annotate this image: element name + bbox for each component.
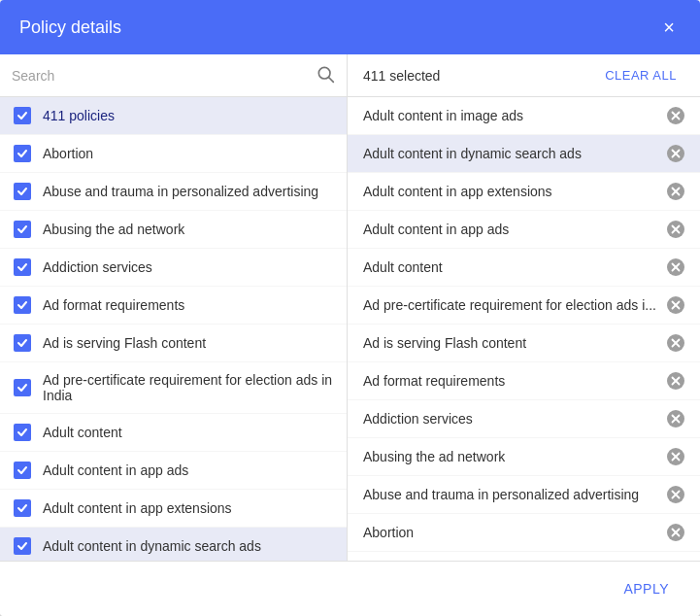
list-item[interactable]: Ad pre-certificate requirement for elect… [0,362,347,414]
clear-all-button[interactable]: CLEAR ALL [597,64,684,86]
list-item[interactable]: Ad format requirements [0,287,347,325]
policy-list: 411 policies Abortion Abuse and trauma i… [0,97,347,561]
all-policies-item[interactable]: 411 policies [0,97,347,135]
remove-button[interactable] [667,107,684,124]
selected-item-label: Abusing the ad network [363,449,659,464]
list-item: Abusing the ad network [348,438,700,476]
item-label: Adult content [43,425,122,440]
remove-button[interactable] [667,524,684,541]
list-item[interactable]: Adult content in app extensions [0,490,347,528]
all-policies-label: 411 policies [43,108,115,123]
item-checkbox [14,537,31,555]
list-item[interactable]: Ad is serving Flash content [0,325,347,362]
list-item[interactable]: Adult content in dynamic search ads [0,528,347,561]
list-item: Adult content in app ads [348,211,700,249]
right-panel: 411 selected CLEAR ALL Adult content in … [348,54,700,561]
list-item: Abortion [348,514,700,552]
close-button[interactable]: × [657,16,681,39]
remove-button[interactable] [667,448,684,465]
selected-item-label: Adult content in app extensions [363,184,659,199]
list-item[interactable]: Adult content in app ads [0,452,347,490]
list-item[interactable]: Abusing the ad network [0,211,347,249]
apply-button[interactable]: APPLY [612,573,681,604]
selected-item-label: Adult content [363,259,659,275]
dialog-body: 411 policies Abortion Abuse and trauma i… [0,54,700,561]
selected-item-label: Abuse and trauma in personalized adverti… [363,487,659,502]
remove-button[interactable] [667,258,684,276]
list-item: Adult content [348,249,700,287]
selected-item-label: Adult content in app ads [363,222,659,237]
list-item[interactable]: Abuse and trauma in personalized adverti… [0,173,347,211]
search-input[interactable] [12,68,308,84]
item-checkbox [14,258,31,276]
remove-button[interactable] [667,410,684,428]
remove-button[interactable] [667,183,684,200]
item-label: Abuse and trauma in personalized adverti… [43,184,318,199]
list-item: Ad format requirements [348,362,700,400]
list-item[interactable]: Adult content [0,414,347,452]
svg-line-1 [329,78,334,83]
list-item[interactable]: Addiction services [0,249,347,287]
remove-button[interactable] [667,221,684,238]
remove-button[interactable] [667,372,684,390]
list-item[interactable]: Abortion [0,135,347,173]
dialog-footer: APPLY [0,561,700,616]
item-checkbox [14,334,31,352]
item-label: Adult content in app extensions [43,500,232,516]
selected-item-label: Ad pre-certificate requirement for elect… [363,297,659,313]
right-panel-header: 411 selected CLEAR ALL [348,54,700,97]
search-icon [316,64,335,86]
item-label: Ad pre-certificate requirement for elect… [43,372,333,403]
item-checkbox [14,499,31,517]
selected-item-label: Ad is serving Flash content [363,335,659,351]
list-item: Adult content in image ads [348,97,700,135]
selected-count: 411 selected [363,68,440,84]
left-panel: 411 policies Abortion Abuse and trauma i… [0,54,348,561]
list-item: Ad pre-certificate requirement for elect… [348,287,700,325]
dialog-title: Policy details [19,17,121,38]
list-item: Abuse and trauma in personalized adverti… [348,476,700,514]
remove-button[interactable] [667,486,684,503]
dialog-header: Policy details × [0,0,700,54]
item-checkbox [14,145,31,162]
item-checkbox [14,183,31,200]
list-item: Addiction services [348,400,700,438]
selected-list: Adult content in image ads Adult content… [348,97,700,561]
selected-item-label: Abortion [363,525,659,540]
selected-item-label: Addiction services [363,411,659,427]
remove-button[interactable] [667,334,684,352]
item-checkbox [14,379,31,396]
item-label: Abusing the ad network [43,222,184,237]
item-label: Adult content in dynamic search ads [43,538,261,554]
search-container [0,54,347,97]
remove-button[interactable] [667,296,684,314]
list-item: Adult content in dynamic search ads [348,135,700,173]
item-label: Ad format requirements [43,297,184,313]
selected-item-label: Ad format requirements [363,373,659,389]
item-checkbox [14,296,31,314]
item-label: Adult content in app ads [43,462,188,478]
item-checkbox [14,462,31,479]
item-label: Ad is serving Flash content [43,335,206,351]
item-label: Abortion [43,146,93,161]
item-label: Addiction services [43,259,152,275]
item-checkbox [14,424,31,441]
item-checkbox [14,221,31,238]
list-item: Adult content in app extensions [348,173,700,211]
all-policies-checkbox [14,107,31,124]
list-item: Ad is serving Flash content [348,325,700,362]
remove-button[interactable] [667,145,684,162]
policy-details-dialog: Policy details × [0,0,700,616]
selected-item-label: Adult content in dynamic search ads [363,146,659,161]
selected-item-label: Adult content in image ads [363,108,659,123]
